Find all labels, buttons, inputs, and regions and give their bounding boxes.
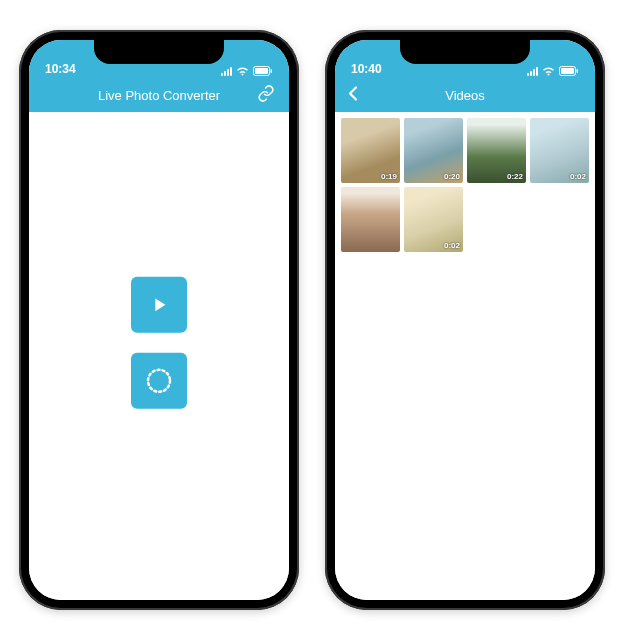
back-button[interactable] bbox=[347, 86, 359, 105]
live-photo-icon bbox=[144, 366, 174, 396]
battery-icon bbox=[559, 66, 579, 76]
phone-mockup-right: 10:40 Videos 0:19 0:20 0:22 0:02 bbox=[325, 30, 605, 610]
svg-rect-1 bbox=[255, 68, 268, 74]
play-icon bbox=[148, 294, 170, 316]
status-indicators bbox=[527, 66, 579, 76]
settings-button[interactable] bbox=[257, 85, 275, 106]
video-thumb[interactable]: 0:19 bbox=[341, 118, 400, 183]
video-grid: 0:19 0:20 0:22 0:02 0:02 bbox=[335, 112, 595, 258]
page-title: Live Photo Converter bbox=[98, 88, 220, 103]
status-time: 10:34 bbox=[45, 62, 76, 76]
video-duration: 0:20 bbox=[444, 172, 460, 181]
live-photo-button[interactable] bbox=[131, 353, 187, 409]
signal-icon bbox=[221, 67, 232, 76]
video-button[interactable] bbox=[131, 277, 187, 333]
video-thumb[interactable]: 0:02 bbox=[530, 118, 589, 183]
video-duration: 0:19 bbox=[381, 172, 397, 181]
link-icon bbox=[257, 85, 275, 103]
status-time: 10:40 bbox=[351, 62, 382, 76]
screen: 10:40 Videos 0:19 0:20 0:22 0:02 bbox=[335, 40, 595, 600]
wifi-icon bbox=[542, 66, 555, 76]
nav-bar: Videos bbox=[335, 78, 595, 112]
svg-rect-5 bbox=[561, 68, 574, 74]
video-duration: 0:02 bbox=[444, 241, 460, 250]
wifi-icon bbox=[236, 66, 249, 76]
nav-bar: Live Photo Converter bbox=[29, 78, 289, 112]
action-buttons bbox=[131, 277, 187, 409]
status-indicators bbox=[221, 66, 273, 76]
video-thumb[interactable]: 0:20 bbox=[404, 118, 463, 183]
video-thumb[interactable]: 0:02 bbox=[404, 187, 463, 252]
notch bbox=[400, 40, 530, 64]
notch bbox=[94, 40, 224, 64]
video-thumb[interactable]: 0:22 bbox=[467, 118, 526, 183]
battery-icon bbox=[253, 66, 273, 76]
phone-mockup-left: 10:34 Live Photo Converter bbox=[19, 30, 299, 610]
svg-rect-6 bbox=[577, 69, 579, 73]
signal-icon bbox=[527, 67, 538, 76]
video-duration: 0:02 bbox=[570, 172, 586, 181]
svg-point-3 bbox=[148, 370, 170, 392]
screen: 10:34 Live Photo Converter bbox=[29, 40, 289, 600]
main-content bbox=[29, 112, 289, 600]
chevron-left-icon bbox=[347, 86, 359, 102]
video-duration: 0:22 bbox=[507, 172, 523, 181]
svg-rect-2 bbox=[271, 69, 273, 73]
video-thumb[interactable] bbox=[341, 187, 400, 252]
main-content: 0:19 0:20 0:22 0:02 0:02 bbox=[335, 112, 595, 600]
page-title: Videos bbox=[445, 88, 485, 103]
